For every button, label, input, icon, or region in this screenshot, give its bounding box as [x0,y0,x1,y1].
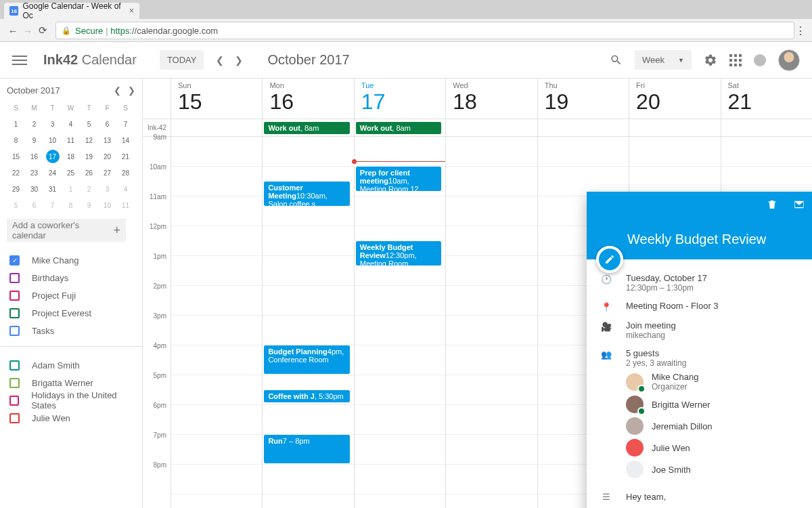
mini-prev-icon[interactable]: ❮ [114,85,121,96]
mini-cell[interactable]: 23 [25,165,43,181]
day-header[interactable]: Tue17 [354,79,445,119]
mini-cell[interactable]: 11 [116,197,135,213]
day-header[interactable]: Sat21 [721,79,812,119]
edit-button[interactable] [596,246,623,273]
calendar-item[interactable]: Julie Wen [7,409,135,427]
mini-cell[interactable]: 15 [7,148,25,165]
calendar-event[interactable]: Work out, 8am [356,122,441,134]
mini-cell[interactable]: 4 [62,116,80,132]
mini-cell[interactable]: 6 [98,116,116,132]
calendar-event[interactable]: Coffee with J, 5:30pm [264,390,349,402]
mini-cell[interactable]: 31 [43,181,62,197]
hamburger-icon[interactable] [12,56,27,65]
mini-cell[interactable]: 9 [25,132,43,148]
calendar-event[interactable]: Customer Meeting10:30am, Salon coffee s [264,182,349,206]
checkbox[interactable] [9,378,20,388]
calendar-item[interactable]: Birthdays [7,269,135,287]
calendar-item[interactable]: Adam Smith [7,356,135,374]
address-bar[interactable]: 🔒 Secure | https ://calendar.google.com [55,22,794,39]
mini-cell[interactable]: 1 [62,181,80,197]
browser-tab[interactable]: 16 Google Calendar - Week of Oc × [4,3,139,19]
calendar-event[interactable]: Work out, 8am [264,122,349,134]
mini-cell[interactable]: 17 [46,150,60,163]
calendar-item[interactable]: Mike Chang [7,251,135,269]
mini-cell[interactable]: 27 [98,165,116,181]
calendar-item[interactable]: Project Everest [7,304,135,322]
mini-cell[interactable]: 3 [98,181,116,197]
mini-cell[interactable]: 30 [25,181,43,197]
add-coworker-input[interactable]: Add a coworker's calendar + [7,219,126,242]
mini-cell[interactable]: 13 [98,132,116,148]
day-header[interactable]: Mon16 [262,79,353,119]
mini-cell[interactable]: 9 [80,197,98,213]
view-dropdown[interactable]: Week▼ [635,50,692,70]
checkbox[interactable] [9,255,20,266]
mini-cell[interactable]: 20 [98,148,116,165]
mini-cell[interactable]: 5 [80,116,98,132]
user-avatar[interactable] [778,49,800,71]
today-button[interactable]: TODAY [160,50,204,70]
day-header[interactable]: Fri20 [629,79,720,119]
mini-cell[interactable]: 2 [80,181,98,197]
mini-cell[interactable]: 16 [25,148,43,165]
back-icon[interactable]: ← [5,25,20,37]
plus-icon[interactable]: + [113,224,120,238]
mini-cell[interactable]: 7 [43,197,62,213]
apps-icon[interactable] [729,54,742,66]
checkbox[interactable] [9,291,20,301]
next-week-button[interactable]: ❯ [229,52,248,68]
checkbox[interactable] [9,308,20,318]
calendar-event[interactable]: Prep for client meeting10am, Meeting Roo… [356,167,441,191]
mini-cell[interactable]: 14 [116,132,135,148]
calendar-event[interactable]: Budget Planning4pm, Conference Room [264,345,349,374]
mini-cell[interactable]: 1 [7,116,25,132]
search-icon[interactable] [610,54,623,66]
close-icon[interactable]: × [129,6,134,16]
browser-menu-icon[interactable]: ⋮ [794,24,807,37]
mini-cell[interactable]: 11 [62,132,80,148]
delete-icon[interactable] [766,198,778,211]
notifications-icon[interactable] [754,54,766,66]
calendar-item[interactable]: Holidays in the United States [7,391,135,409]
mini-cell[interactable]: 18 [62,148,80,165]
mini-next-icon[interactable]: ❯ [128,85,135,96]
mini-cell[interactable]: 28 [116,165,135,181]
checkbox[interactable] [9,413,20,423]
day-header[interactable]: Thu19 [537,79,629,119]
mini-cell[interactable]: 6 [25,197,43,213]
forward-icon[interactable]: → [20,25,35,37]
mini-cell[interactable]: 19 [80,148,98,165]
reload-icon[interactable]: ⟳ [35,24,50,37]
calendar-item[interactable]: Project Fuji [7,287,135,304]
mini-cell[interactable]: 2 [25,116,43,132]
checkbox[interactable] [9,396,19,406]
mini-cell[interactable]: 10 [43,132,62,148]
checkbox[interactable] [9,273,20,283]
mail-icon[interactable] [793,198,805,211]
mini-cell[interactable]: 8 [62,197,80,213]
mini-cell[interactable]: 4 [116,181,135,197]
mini-cell[interactable]: 12 [80,132,98,148]
mini-cell[interactable]: 8 [7,132,25,148]
calendar-event[interactable]: Weekly Budget Review12:30pm, Meeting Roo… [356,241,441,266]
mini-cell[interactable]: 24 [43,165,62,181]
mini-cell[interactable]: 21 [116,148,135,165]
calendar-event[interactable]: Run7 – 8pm [264,435,349,463]
checkbox[interactable] [9,326,20,336]
gear-icon[interactable] [704,54,717,67]
mini-cell[interactable]: 25 [62,165,80,181]
day-header[interactable]: Wed18 [445,79,537,119]
prev-week-button[interactable]: ❮ [210,52,229,68]
mini-cell[interactable]: 5 [7,197,25,213]
mini-calendar[interactable]: SMTWTFS123456789101112131415161718192021… [7,100,135,213]
mini-cell[interactable]: 10 [98,197,116,213]
calendar-item[interactable]: Brigatta Werner [7,374,135,391]
mini-cell[interactable]: 26 [80,165,98,181]
mini-cell[interactable]: 3 [43,116,62,132]
calendar-item[interactable]: Tasks [7,322,135,339]
mini-cell[interactable]: 29 [7,181,25,197]
day-header[interactable]: Sun15 [171,79,262,119]
mini-cell[interactable]: 7 [116,116,135,132]
checkbox[interactable] [9,360,20,371]
join-meeting-link[interactable]: Join meeting [626,320,812,331]
